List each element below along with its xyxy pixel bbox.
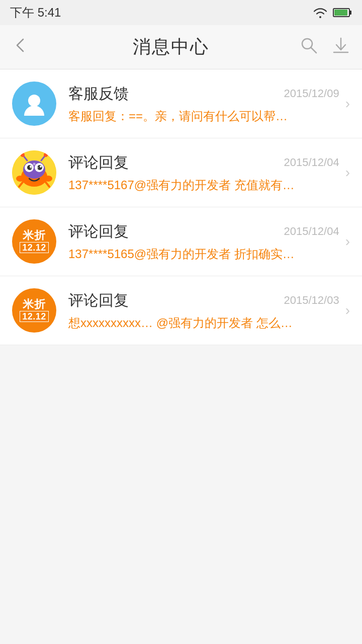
svg-point-27 — [33, 163, 36, 166]
message-header-3: 评论回复 2015/12/04 — [68, 221, 339, 242]
nav-actions — [300, 36, 350, 58]
chevron-icon-4: › — [345, 302, 350, 318]
message-title-2: 评论回复 — [68, 152, 129, 173]
svg-point-3 — [302, 39, 312, 49]
status-time: 下午 5:41 — [10, 5, 61, 21]
message-header-4: 评论回复 2015/12/03 — [68, 290, 339, 311]
download-icon[interactable] — [332, 36, 350, 58]
mz-label-bottom-4: 12.12 — [20, 311, 49, 322]
avatar-cs — [12, 82, 56, 126]
message-date-4: 2015/12/03 — [284, 294, 339, 307]
svg-rect-1 — [349, 11, 351, 15]
svg-point-26 — [36, 167, 39, 169]
svg-line-4 — [311, 48, 316, 53]
page-title: 消息中心 — [133, 35, 209, 59]
svg-point-18 — [21, 153, 25, 157]
empty-area — [0, 345, 362, 637]
message-content-2: 评论回复 2015/12/04 137****5167@强有力的开发者 充值就有… — [68, 152, 339, 193]
message-preview-2: 137****5167@强有力的开发者 充值就有了，… — [68, 177, 295, 193]
avatar-mz-4: 米折 12.12 — [12, 288, 56, 333]
message-title-1: 客服反馈 — [68, 84, 129, 104]
avatar-mz-3: 米折 12.12 — [12, 219, 56, 264]
chevron-icon-3: › — [345, 233, 350, 250]
message-date-3: 2015/12/04 — [284, 225, 339, 238]
message-preview-3: 137****5165@强有力的开发者 折扣确实可以 — [68, 246, 295, 262]
message-content-1: 客服反馈 2015/12/09 客服回复：==。亲，请问有什么可以帮助到… — [68, 84, 339, 124]
message-item-2[interactable]: 评论回复 2015/12/04 137****5167@强有力的开发者 充值就有… — [0, 138, 362, 207]
svg-point-20 — [44, 153, 48, 157]
svg-rect-2 — [334, 10, 347, 16]
svg-point-16 — [40, 166, 42, 168]
chevron-icon-2: › — [345, 165, 350, 181]
message-header-2: 评论回复 2015/12/04 — [68, 152, 339, 173]
svg-point-25 — [30, 167, 33, 169]
nav-bar: 消息中心 — [0, 25, 362, 69]
avatar-cartoon — [12, 150, 56, 195]
mz-label-top-4: 米折 — [23, 299, 46, 310]
message-list: 客服反馈 2015/12/09 客服回复：==。亲，请问有什么可以帮助到… › — [0, 69, 362, 345]
message-item-4[interactable]: 米折 12.12 评论回复 2015/12/03 想xxxxxxxxxx… @强… — [0, 276, 362, 345]
message-date-2: 2015/12/04 — [284, 156, 339, 169]
back-button[interactable] — [12, 34, 42, 60]
message-title-4: 评论回复 — [68, 290, 129, 311]
mz-label-top: 米折 — [23, 230, 46, 241]
message-preview-1: 客服回复：==。亲，请问有什么可以帮助到… — [68, 108, 295, 124]
wifi-icon — [313, 7, 328, 18]
message-header-1: 客服反馈 2015/12/09 — [68, 84, 339, 104]
status-icons — [313, 7, 352, 18]
search-icon[interactable] — [300, 36, 318, 58]
message-content-4: 评论回复 2015/12/03 想xxxxxxxxxx… @强有力的开发者 怎么… — [68, 290, 339, 331]
message-date-1: 2015/12/09 — [284, 87, 339, 100]
message-item-3[interactable]: 米折 12.12 评论回复 2015/12/04 137****5165@强有力… — [0, 207, 362, 276]
status-bar: 下午 5:41 — [0, 0, 362, 25]
message-preview-4: 想xxxxxxxxxx… @强有力的开发者 怎么这么久 — [68, 315, 295, 331]
message-item-1[interactable]: 客服反馈 2015/12/09 客服回复：==。亲，请问有什么可以帮助到… › — [0, 69, 362, 138]
svg-point-7 — [28, 95, 40, 107]
message-content-3: 评论回复 2015/12/04 137****5165@强有力的开发者 折扣确实… — [68, 221, 339, 262]
mz-label-bottom: 12.12 — [20, 242, 49, 253]
message-title-3: 评论回复 — [68, 221, 129, 242]
battery-icon — [333, 7, 352, 18]
chevron-icon-1: › — [345, 96, 350, 112]
